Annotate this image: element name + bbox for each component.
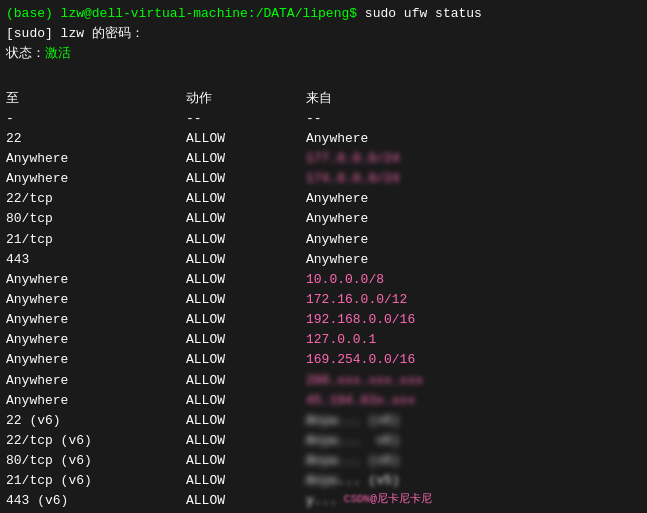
table-header: 至 动作 来自 xyxy=(6,89,641,109)
prompt-line: (base) lzw@dell-virtual-machine:/DATA/li… xyxy=(6,4,641,24)
table-row: Anywhere ALLOW 200.xxx.xxx.xxx xyxy=(6,371,641,391)
empty-line xyxy=(6,68,641,88)
table-row: Anywhere ALLOW 174.0.0.0/24 xyxy=(6,169,641,189)
sudo-line: [sudo] lzw 的密码： xyxy=(6,24,641,44)
table-row: 21/tcp ALLOW Anywhere xyxy=(6,230,641,250)
table-row: 80/tcp ALLOW Anywhere xyxy=(6,209,641,229)
table-row: Anywhere ALLOW 177.0.0.0/24 xyxy=(6,149,641,169)
table-row: 443 (v6) ALLOW y... CSDN@尼卡尼卡尼 xyxy=(6,491,641,511)
table-row: 22/tcp ALLOW Anywhere xyxy=(6,189,641,209)
table-row: Anywhere ALLOW 169.254.0.0/16 xyxy=(6,350,641,370)
terminal-window: (base) lzw@dell-virtual-machine:/DATA/li… xyxy=(0,0,647,513)
table-row: 22 (v6) ALLOW Anyw... (v6) xyxy=(6,411,641,431)
command-text: sudo ufw status xyxy=(357,4,482,24)
table-row: Anywhere ALLOW 45.194.03x.xxx xyxy=(6,391,641,411)
table-separator: - -- -- xyxy=(6,109,641,129)
watermark: CSDN xyxy=(337,491,370,511)
table-row: Anywhere ALLOW 10.0.0.0/8 xyxy=(6,270,641,290)
table-row: Anywhere ALLOW 172.16.0.0/12 xyxy=(6,290,641,310)
prompt-text: (base) lzw@dell-virtual-machine:/DATA/li… xyxy=(6,4,357,24)
table-row: 80/tcp (v6) ALLOW Anyw... (v6) xyxy=(6,451,641,471)
table-row: 443 ALLOW Anywhere xyxy=(6,250,641,270)
table-row: 21/tcp (v6) ALLOW Anyw... (v5) xyxy=(6,471,641,491)
table-row: Anywhere ALLOW 127.0.0.1 xyxy=(6,330,641,350)
status-line: 状态：激活 xyxy=(6,44,641,64)
table-row: 22/tcp (v6) ALLOW Anyw... v6) xyxy=(6,431,641,451)
table-row: 22 ALLOW Anywhere xyxy=(6,129,641,149)
table-row: Anywhere ALLOW 192.168.0.0/16 xyxy=(6,310,641,330)
